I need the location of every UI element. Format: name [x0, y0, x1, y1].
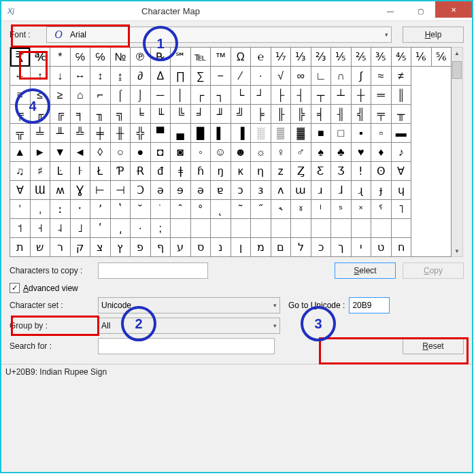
char-cell[interactable]: ך: [331, 238, 352, 257]
char-cell[interactable]: י: [351, 238, 371, 257]
char-cell[interactable]: ℅: [70, 48, 90, 67]
char-cell[interactable]: ╒: [10, 105, 31, 124]
font-select[interactable]: O Arial ▾: [46, 27, 392, 43]
char-cell[interactable]: ▀: [150, 124, 171, 143]
char-cell[interactable]: ⅓: [291, 48, 311, 67]
char-cell[interactable]: ן: [231, 238, 251, 257]
char-cell[interactable]: ™: [211, 48, 231, 67]
char-cell[interactable]: ר: [50, 238, 71, 257]
char-cell[interactable]: [351, 219, 371, 238]
char-cell[interactable]: ĸ: [231, 162, 251, 181]
char-cell[interactable]: ˤ: [371, 200, 392, 219]
char-cell[interactable]: ├: [271, 86, 291, 105]
char-cell[interactable]: ╚: [171, 105, 191, 124]
char-cell[interactable]: ט: [371, 238, 392, 257]
char-cell[interactable]: ╙: [150, 105, 171, 124]
char-cell[interactable]: ○: [110, 143, 131, 162]
char-cell[interactable]: °: [190, 200, 211, 219]
char-cell[interactable]: Ƥ: [110, 162, 131, 181]
char-cell[interactable]: ʌ: [271, 181, 291, 200]
char-cell[interactable]: ʘ: [371, 162, 392, 181]
char-cell[interactable]: ♫: [10, 162, 31, 181]
char-cell[interactable]: ⅐: [271, 48, 291, 67]
char-cell[interactable]: ╦: [10, 124, 31, 143]
char-cell[interactable]: Ɯ: [30, 181, 50, 200]
char-cell[interactable]: ♣: [331, 143, 352, 162]
char-cell[interactable]: ⊢: [90, 181, 111, 200]
char-cell[interactable]: ╠: [291, 105, 311, 124]
char-cell[interactable]: №: [110, 48, 131, 67]
char-cell[interactable]: ♠: [311, 143, 331, 162]
char-cell[interactable]: Ʒ: [331, 162, 352, 181]
char-cell[interactable]: ש: [30, 238, 50, 257]
char-cell[interactable]: ↨: [110, 67, 131, 86]
char-cell[interactable]: פ: [131, 238, 151, 257]
char-cell[interactable]: ═: [371, 86, 392, 105]
char-cell[interactable]: ⅗: [371, 48, 392, 67]
char-cell[interactable]: └: [231, 86, 251, 105]
char-cell[interactable]: ס: [190, 238, 211, 257]
char-cell[interactable]: ץ: [110, 238, 131, 257]
char-cell[interactable]: ˑ: [70, 200, 90, 219]
scroll-down-icon[interactable]: ▼: [452, 245, 462, 256]
char-cell[interactable]: ˡ: [311, 200, 331, 219]
char-cell[interactable]: ə: [190, 181, 211, 200]
char-cell[interactable]: ⅔: [311, 48, 331, 67]
char-cell[interactable]: ≤: [30, 86, 50, 105]
char-cell[interactable]: [190, 219, 211, 238]
char-cell[interactable]: ·: [131, 219, 151, 238]
advanced-view-checkbox[interactable]: ✓: [10, 283, 20, 293]
char-cell[interactable]: ▪: [351, 124, 371, 143]
char-cell[interactable]: ˩: [70, 219, 90, 238]
char-cell[interactable]: ♥: [351, 143, 371, 162]
char-cell[interactable]: ˈ: [10, 200, 31, 219]
char-cell[interactable]: ♀: [271, 143, 291, 162]
char-cell[interactable]: ;: [150, 219, 171, 238]
char-cell[interactable]: Ɍ: [131, 162, 151, 181]
char-cell[interactable]: ɟ: [371, 181, 392, 200]
char-cell[interactable]: ╡: [311, 105, 331, 124]
char-cell[interactable]: ∑: [190, 67, 211, 86]
char-cell[interactable]: ▒: [271, 124, 291, 143]
char-cell[interactable]: ◦: [190, 143, 211, 162]
char-cell[interactable]: ⅘: [391, 48, 411, 67]
char-cell[interactable]: ˌ: [30, 200, 50, 219]
char-cell[interactable]: [311, 219, 331, 238]
char-cell[interactable]: ɔ: [231, 181, 251, 200]
char-cell[interactable]: ˠ: [291, 200, 311, 219]
char-cell[interactable]: ╞: [251, 105, 271, 124]
char-cell[interactable]: ⌂: [70, 86, 90, 105]
char-cell[interactable]: ℡: [190, 48, 211, 67]
char-cell[interactable]: ɘ: [171, 181, 191, 200]
char-cell[interactable]: ╜: [211, 105, 231, 124]
char-cell[interactable]: ⌐: [90, 86, 111, 105]
char-cell[interactable]: ◊: [90, 143, 111, 162]
char-cell[interactable]: ┼: [351, 86, 371, 105]
char-cell[interactable]: ɹ: [311, 181, 331, 200]
char-cell[interactable]: ■: [311, 124, 331, 143]
char-cell[interactable]: Ω: [231, 48, 251, 67]
char-cell[interactable]: [331, 219, 352, 238]
char-cell[interactable]: z: [271, 162, 291, 181]
char-cell[interactable]: כ: [311, 238, 331, 257]
char-cell[interactable]: ℅: [90, 48, 111, 67]
char-cell[interactable]: █: [190, 124, 211, 143]
char-cell[interactable]: ╢: [331, 105, 352, 124]
char-cell[interactable]: מ: [251, 238, 271, 257]
char-cell[interactable]: ╤: [371, 105, 392, 124]
char-cell[interactable]: ╕: [70, 105, 90, 124]
characters-to-copy-input[interactable]: [98, 262, 208, 279]
char-cell[interactable]: ▐: [231, 124, 251, 143]
char-cell[interactable]: ɦ: [190, 162, 211, 181]
char-cell[interactable]: ♦: [371, 143, 392, 162]
char-cell[interactable]: ╗: [110, 105, 131, 124]
char-cell[interactable]: ℮: [251, 48, 271, 67]
char-cell[interactable]: ͵: [110, 219, 131, 238]
char-cell[interactable]: ˜: [231, 200, 251, 219]
char-cell[interactable]: ∀: [391, 162, 411, 181]
char-cell[interactable]: ▲: [10, 143, 31, 162]
char-cell[interactable]: ≡: [10, 86, 31, 105]
grid-scrollbar[interactable]: ▲ ▼: [452, 47, 463, 257]
minimize-button[interactable]: —: [375, 3, 405, 18]
char-cell[interactable]: ˆ: [171, 200, 191, 219]
